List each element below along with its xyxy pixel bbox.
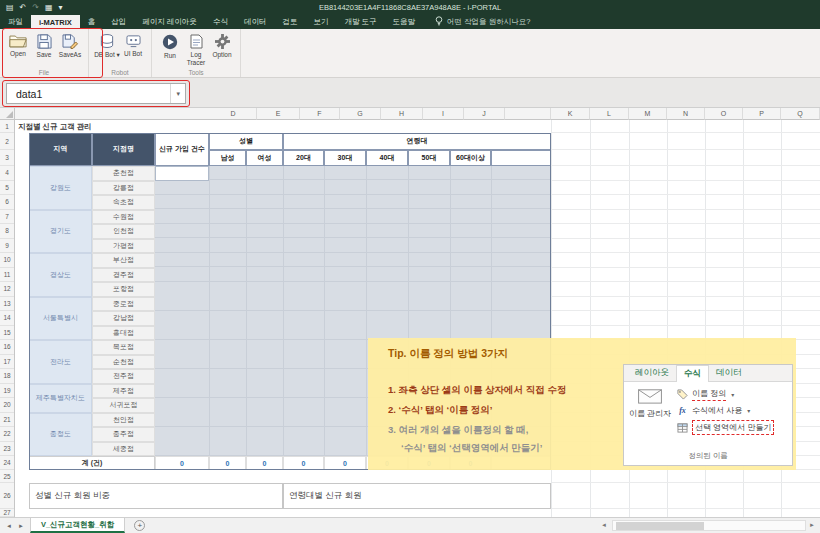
hscroll-left-arrow[interactable]: ◄	[601, 522, 607, 528]
header-gender[interactable]: 성별	[209, 133, 283, 150]
header-age-group[interactable]: 연령대	[283, 133, 551, 150]
branch-cell[interactable]: 전주점	[92, 369, 155, 384]
region-cell[interactable]: 서울특별시	[29, 297, 92, 341]
ribbon-tab-review[interactable]: 검토	[274, 15, 305, 29]
row-header-3[interactable]: 3	[0, 150, 14, 166]
branch-cell[interactable]: 강남점	[92, 311, 155, 326]
ribbon-tab-help[interactable]: 도움말	[384, 15, 423, 29]
header-region[interactable]: 지역	[29, 133, 92, 166]
row-header-6[interactable]: 6	[0, 195, 14, 210]
branch-cell[interactable]: 홍대점	[92, 326, 155, 341]
section-title-gender[interactable]: 성별 신규 회원 비중	[29, 483, 283, 509]
hscroll-right-arrow[interactable]: ►	[809, 522, 815, 528]
row-header-9[interactable]: 9	[0, 239, 14, 254]
header-male[interactable]: 남성	[209, 150, 246, 166]
row-header-17[interactable]: 17	[0, 355, 14, 370]
header-female[interactable]: 여성	[246, 150, 283, 166]
save-icon[interactable]: ▤	[6, 3, 14, 12]
ribbon-button-saveas[interactable]: SaveAs	[57, 31, 83, 59]
row-header-14[interactable]: 14	[0, 311, 14, 326]
branch-cell[interactable]: 부산점	[92, 253, 155, 268]
active-cell[interactable]	[155, 166, 209, 181]
branch-cell[interactable]: 인천점	[92, 224, 155, 239]
branch-cell[interactable]: 천안점	[92, 413, 155, 428]
row-header-15[interactable]: 15	[0, 326, 14, 341]
row-header-4[interactable]: 4	[0, 166, 14, 181]
header-new-signup[interactable]: 신규 가입 건수	[155, 133, 209, 166]
branch-cell[interactable]: 수원점	[92, 210, 155, 225]
section-title-age[interactable]: 연령대별 신규 회원	[283, 483, 551, 509]
horizontal-scrollbar-thumb[interactable]	[616, 522, 704, 530]
ribbon-button-save[interactable]: Save	[31, 31, 57, 59]
row-header-11[interactable]: 11	[0, 268, 14, 283]
horizontal-scrollbar[interactable]	[612, 520, 806, 531]
row-header-8[interactable]: 8	[0, 224, 14, 239]
column-header-D[interactable]: D	[210, 108, 257, 120]
total-value-cell[interactable]: 0	[155, 456, 209, 470]
customize-caret-icon[interactable]: ▾	[59, 3, 63, 12]
row-header-18[interactable]: 18	[0, 369, 14, 384]
name-box-dropdown-icon[interactable]: ▾	[170, 84, 185, 103]
undo-icon[interactable]: ↶	[20, 3, 27, 12]
total-value-cell[interactable]: 0	[246, 456, 283, 470]
row-header-25[interactable]: 25	[0, 470, 14, 483]
branch-cell[interactable]: 경주점	[92, 268, 155, 283]
row-header-12[interactable]: 12	[0, 282, 14, 297]
row-header-7[interactable]: 7	[0, 210, 14, 225]
select-all-corner[interactable]	[0, 108, 15, 120]
sheet-nav-right-icon[interactable]: ►	[15, 523, 27, 529]
branch-cell[interactable]: 포항점	[92, 282, 155, 297]
branch-cell[interactable]: 강릉점	[92, 181, 155, 196]
row-header-24[interactable]: 24	[0, 456, 14, 470]
ribbon-button-open[interactable]: Open	[5, 31, 31, 58]
total-value-cell[interactable]: 0	[324, 456, 366, 470]
region-cell[interactable]: 경상도	[29, 253, 92, 297]
row-header-27[interactable]: 27	[0, 509, 14, 517]
column-header-L[interactable]: L	[590, 108, 629, 120]
ribbon-button-ui-bot[interactable]: UI Bot	[120, 31, 146, 58]
row-header-23[interactable]: 23	[0, 442, 14, 457]
column-header-G[interactable]: G	[340, 108, 381, 120]
header-age-1[interactable]: 20대	[283, 150, 324, 166]
ribbon-tab-formulas[interactable]: 수식	[205, 15, 236, 29]
row-header-26[interactable]: 26	[0, 483, 14, 509]
header-age-2[interactable]: 30대	[324, 150, 366, 166]
name-box[interactable]: data1 ▾	[6, 83, 186, 104]
column-header-E[interactable]: E	[257, 108, 300, 120]
ribbon-tab-home[interactable]: 홈	[80, 15, 104, 29]
row-header-10[interactable]: 10	[0, 253, 14, 268]
row-header-2[interactable]: 2	[0, 133, 14, 150]
region-cell[interactable]: 경기도	[29, 210, 92, 254]
column-header-Q[interactable]: Q	[781, 108, 820, 120]
ribbon-tab-view[interactable]: 보기	[305, 15, 336, 29]
ribbon-button-run[interactable]: Run	[157, 31, 183, 60]
total-label-cell[interactable]: 계 (건)	[29, 456, 155, 470]
header-blank[interactable]	[491, 150, 551, 166]
row-header-19[interactable]: 19	[0, 384, 14, 399]
row-header-5[interactable]: 5	[0, 181, 14, 196]
branch-cell[interactable]: 충주점	[92, 427, 155, 442]
add-sheet-button[interactable]: +	[134, 520, 145, 531]
header-age-4[interactable]: 50대	[408, 150, 450, 166]
branch-cell[interactable]: 세종점	[92, 442, 155, 457]
branch-cell[interactable]: 가평점	[92, 239, 155, 254]
total-value-cell[interactable]: 0	[209, 456, 246, 470]
row-header-1[interactable]: 1	[0, 120, 14, 133]
total-value-cell[interactable]: 0	[283, 456, 324, 470]
header-age-5[interactable]: 60대이상	[450, 150, 491, 166]
row-header-13[interactable]: 13	[0, 297, 14, 312]
region-cell[interactable]: 전라도	[29, 340, 92, 384]
column-header-N[interactable]: N	[667, 108, 705, 120]
branch-cell[interactable]: 속초점	[92, 195, 155, 210]
ribbon-tab-i-matrix[interactable]: i-MATRIX	[31, 15, 80, 29]
sheet-nav-left-icon[interactable]: ◄	[3, 523, 15, 529]
column-header-H[interactable]: H	[381, 108, 423, 120]
branch-cell[interactable]: 제주점	[92, 384, 155, 399]
branch-cell[interactable]: 춘천점	[92, 166, 155, 181]
region-cell[interactable]: 충청도	[29, 413, 92, 457]
column-header-J[interactable]: J	[464, 108, 505, 120]
ribbon-tab-data[interactable]: 데이터	[236, 15, 275, 29]
ribbon-tab-page-layout[interactable]: 페이지 레이아웃	[134, 15, 205, 29]
branch-cell[interactable]: 서귀포점	[92, 398, 155, 413]
column-header-O[interactable]: O	[705, 108, 743, 120]
